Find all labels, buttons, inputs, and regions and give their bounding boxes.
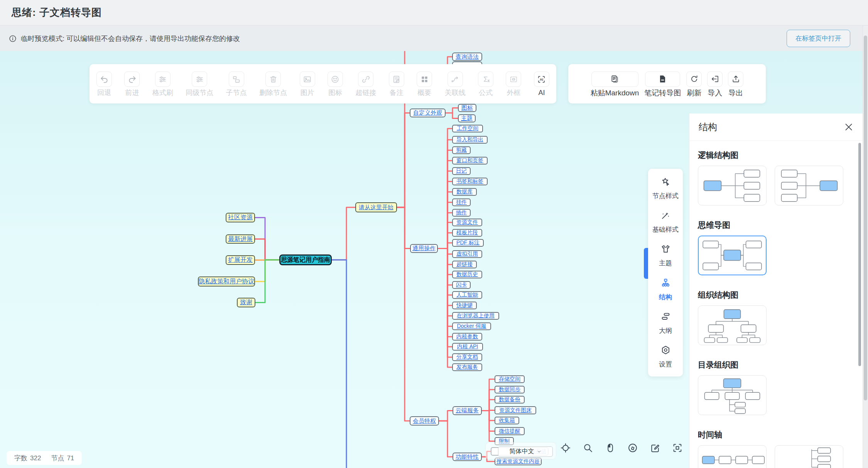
toolbar-button-redo[interactable]: 前进 [124, 71, 140, 96]
sidebar-item-settings[interactable]: 设置 [648, 345, 683, 369]
mindmap-node-g2[interactable]: 导入和导出 [452, 136, 488, 144]
toolbar-button-outer-frame[interactable]: 外框 [506, 71, 521, 96]
toolbar-button-note[interactable]: 备注 [389, 71, 404, 96]
toolbar-button-ai[interactable]: AIAI [534, 71, 549, 96]
sidebar-item-outline[interactable]: 大纲 [648, 311, 683, 335]
toolbar-button-paste-markdown[interactable]: 粘贴Markdown [591, 71, 639, 97]
mindmap-node-g14[interactable]: 超链接 [452, 261, 477, 268]
structure-thumb-dir-org[interactable] [698, 375, 767, 415]
nav-tool-drag-mode[interactable] [605, 443, 616, 453]
mindmap-node-zuixin[interactable]: 最新进展 [226, 234, 255, 244]
mindmap-node-root[interactable]: 思源笔记用户指南 [279, 254, 332, 265]
close-icon[interactable] [844, 122, 854, 132]
mindmap-node-g12[interactable]: PDF 标注 [452, 239, 484, 247]
structure-thumb-logic-left[interactable] [775, 166, 843, 205]
mindmap-node-g5[interactable]: 日记 [452, 167, 471, 175]
mindmap-node-g19[interactable]: 在浏览器上使用 [452, 312, 499, 320]
toolbar-button-formula[interactable]: 公式 [478, 71, 493, 96]
language-select[interactable]: 简体中文 [498, 446, 553, 457]
structure-thumb-org[interactable] [698, 305, 767, 345]
toolbar-button-child-node[interactable]: 子节点 [226, 71, 247, 96]
mindmap-node-c3[interactable]: 数据备份 [495, 396, 525, 404]
mindmap-node-yinsi[interactable]: 隐私政策和用户协议 [198, 276, 255, 287]
nav-tool-minimap[interactable] [627, 443, 638, 453]
structure-panel-header: 结构 [689, 114, 863, 141]
mindmap-node-c5[interactable]: 收集箱 [495, 417, 519, 424]
panel-title: 结构 [699, 121, 844, 133]
toolbar-button-refresh[interactable]: 刷新 [686, 71, 702, 97]
mindmap-node-yunduan[interactable]: 云端服务 [453, 406, 482, 415]
structure-thumb-timeline-h[interactable] [698, 445, 767, 468]
mindmap-node-g13[interactable]: 虚拟引用 [452, 250, 482, 258]
mindmap-node-g16[interactable]: 闪卡 [452, 281, 471, 289]
mindmap-node-g24[interactable]: 发布服务 [452, 363, 482, 371]
panel-scrollbar[interactable] [858, 143, 861, 366]
toolbar-button-format-painter[interactable]: 格式刷 [152, 71, 173, 96]
sliders-icon [192, 71, 207, 87]
mindmap-node-c6[interactable]: 微信提醒 [495, 427, 525, 435]
mindmap-node-g18[interactable]: 快捷键 [452, 302, 477, 309]
toolbar-button-undo[interactable]: 回退 [96, 71, 112, 96]
mindmap-node-tubiao[interactable]: 图标 [458, 104, 476, 112]
mindmap-node-g10[interactable]: 资源文件 [452, 219, 482, 226]
nav-tool-edit[interactable] [650, 443, 660, 453]
relation-icon [448, 71, 463, 87]
mindmap-node-gongneng[interactable]: 功能特性 [453, 453, 482, 461]
toolbar-button-export[interactable]: 导出 [728, 71, 743, 97]
mindmap-node-g7[interactable]: 数据库 [452, 188, 477, 196]
mindmap-node-g4[interactable]: 窗口和页签 [452, 157, 488, 164]
mindmap-node-g6[interactable]: 书签和标签 [452, 178, 488, 185]
nav-tool-fullscreen[interactable] [672, 443, 683, 453]
structure-thumb-timeline-v[interactable] [775, 445, 843, 468]
mindmap-node-g1[interactable]: 工作空间 [452, 125, 483, 132]
toolbar-button-image[interactable]: 图片 [300, 71, 315, 96]
toolbar-button-relation-line[interactable]: 关联线 [445, 71, 466, 96]
mindmap-node-g23[interactable]: 分享文档 [452, 353, 482, 361]
toolbar-button-sibling-node[interactable]: 同级节点 [186, 71, 213, 96]
open-in-tab-button[interactable]: 在标签页中打开 [787, 30, 850, 47]
mindmap-node-c2[interactable]: 数据同步 [495, 386, 525, 393]
nav-tool-locate[interactable] [560, 443, 571, 453]
structure-thumb-mindmap[interactable] [698, 236, 767, 275]
browser-scrollbar[interactable] [863, 25, 868, 468]
mindmap-node-c4[interactable]: 资源文件图床 [495, 406, 536, 414]
sidebar-item-theme[interactable]: 主题 [648, 244, 683, 268]
mindmap-node-g8[interactable]: 挂件 [452, 198, 471, 206]
mindmap-node-zidingyi[interactable]: 自定义外观 [410, 109, 446, 117]
mindmap-node-start[interactable]: 请从这里开始 [355, 202, 397, 212]
nav-tool-search[interactable] [583, 443, 593, 453]
mindmap-node-g22[interactable]: 内核 API [452, 343, 483, 351]
toolbar-button-note-to-map[interactable]: 笔记转导图 [644, 71, 681, 97]
mindmap-node-g21[interactable]: 内核参数 [452, 333, 482, 341]
mindmap-node-chaxun[interactable]: 查询语法 [452, 53, 482, 61]
structure-section-title: 组织结构图 [698, 291, 863, 299]
sidebar-handle[interactable] [644, 248, 648, 279]
structure-section-title: 逻辑结构图 [698, 151, 863, 159]
wand-icon [660, 210, 671, 222]
mindmap-node-g9[interactable]: 插件 [452, 209, 471, 217]
structure-panel-body: 逻辑结构图思维导图组织结构图目录组织图时间轴 [689, 141, 863, 468]
structure-thumb-logic-right[interactable] [698, 166, 767, 205]
toolbar-button-delete-node[interactable]: 删除节点 [259, 71, 287, 96]
mindmap-node-g20[interactable]: Docker 伺服 [452, 322, 491, 330]
mindmap-node-kuozhan[interactable]: 扩展开发 [226, 255, 255, 265]
toolbar-button-summary[interactable]: 概要 [417, 71, 432, 96]
mindmap-node-c1[interactable]: 存储空间 [495, 375, 525, 383]
mindmap-node-g3[interactable]: 剪藏 [452, 146, 471, 154]
sidebar-item-node-style[interactable]: 节点样式 [648, 176, 683, 200]
toolbar-button-import[interactable]: 导入 [707, 71, 723, 97]
mindmap-node-zhuti[interactable]: 主题 [458, 114, 476, 122]
toolbar-button-hyperlink[interactable]: 超链接 [355, 71, 376, 96]
mindmap-node-g17[interactable]: 人工智能 [452, 291, 482, 299]
scrollbar-thumb[interactable] [864, 36, 867, 400]
mindmap-node-huiyuan[interactable]: 会员特权 [410, 416, 439, 426]
mindmap-node-g15[interactable]: 数据历史 [452, 271, 482, 278]
mindmap-node-g11[interactable]: 模板片段 [452, 229, 482, 237]
node-count: 节点71 [51, 454, 74, 463]
toolbar-button-icon[interactable]: 图标 [328, 71, 343, 96]
sidebar-item-base-style[interactable]: 基础样式 [648, 210, 683, 234]
mindmap-node-tongyong[interactable]: 通用操作 [410, 244, 438, 253]
sidebar-item-structure[interactable]: 结构 [648, 278, 683, 302]
mindmap-node-zhixie[interactable]: 致谢 [237, 298, 255, 307]
mindmap-node-shequ[interactable]: 社区资源 [226, 213, 255, 222]
